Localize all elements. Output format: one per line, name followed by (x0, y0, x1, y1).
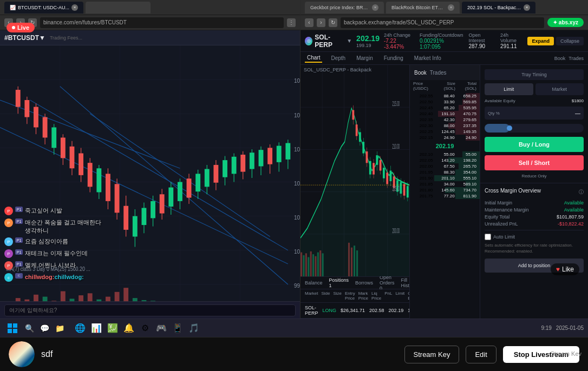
sol-chart-svg: 215.00 210.00 205.00 200.00 (300, 65, 409, 276)
refresh-btn-right[interactable]: ↻ (329, 18, 337, 27)
svg-rect-32 (79, 153, 83, 175)
buy-long-button[interactable]: Buy / Long (485, 137, 584, 152)
svg-rect-136 (390, 171, 392, 182)
tab-chart[interactable]: Chart (305, 54, 322, 63)
sol-chart-area[interactable]: 215.00 210.00 205.00 200.00 SOL_USDC_PER… (300, 65, 409, 276)
ob-ask-row[interactable]: 202.35 42.30 279.65 (410, 117, 480, 123)
app-icon-1[interactable]: 📊 (90, 322, 103, 335)
chat-taskbar-icon[interactable]: 💬 (38, 322, 51, 335)
mo-title-row: Cross Margin Overview ⓘ (485, 188, 584, 197)
abs-button[interactable]: ✦ abs.xyz (547, 18, 584, 27)
app-icon-5[interactable]: 🎮 (155, 322, 168, 335)
ob-ask-row[interactable]: 202.25 124.45 149.35 (410, 129, 480, 135)
address-input-right[interactable]: backpack.exchange/trade/SOL_USDC_PERP (341, 17, 544, 28)
tab-new[interactable] (86, 2, 151, 14)
tab-close[interactable]: × (71, 4, 78, 11)
earth-icon[interactable]: 🌐 (74, 322, 87, 335)
auto-limit-checkbox[interactable] (485, 234, 491, 240)
tab-market-info[interactable]: Market Info (412, 54, 443, 62)
edit-button[interactable]: Edit (466, 346, 496, 363)
ob-bid-row[interactable]: 202.05 143.20 198.20 (410, 157, 480, 163)
svg-rect-66 (232, 157, 237, 174)
app-icon-6[interactable]: 📱 (171, 322, 184, 335)
stream-avatar (9, 341, 35, 367)
book-tab[interactable]: Book (554, 56, 566, 61)
svg-rect-116 (356, 124, 358, 136)
svg-rect-126 (373, 163, 375, 174)
app-icon-3[interactable]: 🔔 (122, 322, 135, 335)
leverage-slider[interactable] (485, 124, 584, 132)
tab-close-backpack[interactable]: × (524, 4, 530, 11)
chart-header: #BTCUSDT▼ Trading Fees... (0, 30, 300, 45)
ob-bid-row[interactable]: 201.85 34.00 589.10 (410, 181, 480, 187)
tab-fill-history[interactable]: Fill History (401, 277, 409, 288)
sell-short-button[interactable]: Sell / Short (485, 155, 584, 170)
svg-rect-72 (259, 150, 264, 166)
bp-right-sidebar: Tray Timing Limit Market Available Equit… (480, 65, 588, 319)
ob-ask-row[interactable]: 202.40 191.10 470.75 (410, 111, 480, 117)
like-button[interactable]: ♥ Like (551, 263, 579, 275)
ob-bid-row[interactable]: 201.80 145.60 734.70 (410, 187, 480, 193)
ticker-symbol-left: #BTCUSDT▼ (4, 34, 45, 42)
svg-rect-124 (369, 161, 371, 175)
tab-margin[interactable]: Margin (354, 54, 375, 62)
slider-handle[interactable] (507, 125, 512, 131)
app-icon-7[interactable]: 🎵 (187, 322, 200, 335)
ob-ask-row[interactable]: 202.55 88.40 658.25 (410, 93, 480, 99)
tab-borrows[interactable]: Borrows (355, 280, 373, 286)
limit-tab[interactable]: Limit (485, 83, 533, 95)
reduce-only-check[interactable]: Reduce Only (485, 174, 584, 178)
tab-close-blackrock[interactable]: × (448, 4, 454, 11)
svg-text:101000: 101000 (294, 214, 300, 221)
positions-col-header: Market Side Size Entry Price Mark Price … (300, 289, 409, 303)
back-btn-right[interactable]: ‹ (305, 18, 313, 27)
qty-input[interactable]: Qty % — (485, 107, 584, 120)
mo-info[interactable]: ⓘ (579, 189, 584, 196)
svg-rect-132 (383, 168, 385, 178)
ob-bid-row[interactable]: 201.90 201.10 555.10 (410, 175, 480, 181)
tab-blackrock[interactable]: BlackRock Bitcoin ETF Daily... × (386, 2, 460, 14)
ob-tab-trades[interactable]: Trades (430, 70, 447, 76)
live-badge[interactable]: Live (6, 23, 35, 32)
chat-input[interactable] (4, 304, 296, 316)
trades-tab[interactable]: Trades (569, 56, 584, 61)
stat-oi: Open Interest 287.90 (468, 32, 495, 50)
tab-backpack[interactable]: 202.19 SOL - Backpack Exc... × (462, 2, 535, 14)
ob-ask-row[interactable]: 202.30 88.00 237.35 (410, 123, 480, 129)
tab-funding[interactable]: Funding (382, 54, 406, 62)
candlestick-chart[interactable]: 105000 104000 103000 102000 101000 10000… (0, 45, 300, 319)
ob-ask-row[interactable]: 202.15 24.90 24.90 (410, 135, 480, 141)
collapse-btn[interactable]: Collapse (556, 37, 584, 45)
svg-rect-157 (322, 253, 324, 276)
ob-bid-row[interactable]: 202.10 55.00 55.00 (410, 151, 480, 157)
address-input-left[interactable]: binance.com/en/futures/BTCUSDT (40, 17, 284, 28)
chat-input-bar (0, 301, 300, 319)
ob-bid-row[interactable]: 202.00 67.50 265.70 (410, 163, 480, 169)
tab-depth[interactable]: Depth (329, 54, 348, 62)
chat-avatar: P (4, 261, 13, 270)
expand-btn[interactable]: Expand (527, 37, 554, 45)
stream-key-button[interactable]: Stream Key (404, 346, 460, 363)
start-button[interactable] (4, 321, 21, 336)
tray-timing[interactable]: Tray Timing (485, 69, 584, 80)
market-tab[interactable]: Market (535, 83, 584, 95)
tab-positions[interactable]: Positions 1 (329, 277, 349, 288)
app-icon-4[interactable]: ⚙ (139, 322, 152, 335)
forward-btn-right[interactable]: › (317, 18, 325, 27)
app-icon-2[interactable]: 💹 (106, 322, 119, 335)
chat-badge: ㄷ (15, 273, 23, 279)
ob-bid-row[interactable]: 201.75 77.20 811.90 (410, 193, 480, 199)
ob-ask-row[interactable]: 202.50 33.90 569.85 (410, 99, 480, 105)
ob-tab-book[interactable]: Book (414, 70, 427, 76)
tab-gecko[interactable]: Geckbot price Index: BRA... × (305, 2, 384, 14)
ob-bid-row[interactable]: 201.95 88.30 354.00 (410, 169, 480, 175)
ob-ask-row[interactable]: 202.45 65.20 535.95 (410, 105, 480, 111)
folder-taskbar-icon[interactable]: 📁 (53, 322, 66, 335)
tab-balance[interactable]: Balance (305, 280, 323, 286)
search-taskbar-icon[interactable]: 🔍 (23, 322, 36, 335)
tab-binance[interactable]: 📈 BTCUSDT: USDC-AU... × (4, 2, 83, 14)
tab-open-orders[interactable]: Open Orders 0 (380, 275, 395, 291)
settings-btn[interactable]: ⋮ (287, 18, 296, 27)
sol-perp-selector[interactable]: ◎ SOL-PERP ▼ (305, 34, 352, 49)
tab-close-gecko[interactable]: × (372, 4, 378, 11)
